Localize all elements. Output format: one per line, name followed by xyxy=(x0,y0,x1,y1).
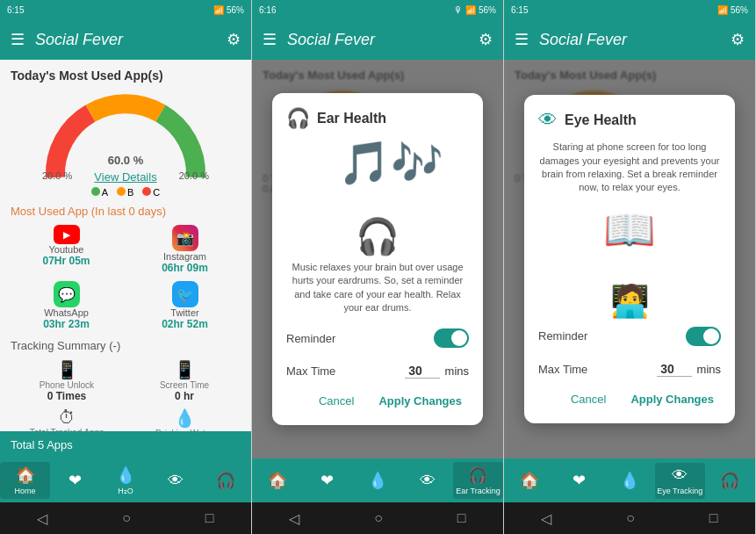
eye-maxtime-value: mins xyxy=(657,362,721,377)
home-btn-1[interactable]: ○ xyxy=(122,510,131,526)
eye-modal-header: 👁 Eye Health xyxy=(538,109,721,132)
home-btn-2[interactable]: ○ xyxy=(374,510,383,526)
bottom-nav-home[interactable]: 🏠 Home xyxy=(0,462,50,499)
whatsapp-icon: 💬 xyxy=(54,281,80,307)
water-icon-2: 💧 xyxy=(368,471,387,490)
ear-maxtime-input[interactable] xyxy=(405,364,440,379)
eye-modal-desc: Staring at phone screen for too long dam… xyxy=(538,141,721,195)
instagram-name: Instagram xyxy=(163,251,206,262)
ear-illustration: 🎵🎶 xyxy=(338,139,417,209)
total-apps-bar: Total 5 Apps xyxy=(0,431,251,458)
phone-unlock-value: 0 Times xyxy=(47,390,86,402)
status-bar-2: 6:16 🎙 📶 56% xyxy=(252,0,503,19)
youtube-name: Youtube xyxy=(49,244,84,255)
screen-1: 6:15 📶 56% ☰ Social Fever ⚙ Today's Most… xyxy=(0,0,252,534)
ear-modal-title: Ear Health xyxy=(317,111,386,126)
bottom-nav-water[interactable]: 💧 H₂O xyxy=(100,465,150,495)
ear-maxtime-label: Max Time xyxy=(286,364,335,378)
app-item-instagram: 📸 Instagram 06hr 09m xyxy=(129,225,241,274)
gear-icon-3[interactable]: ⚙ xyxy=(731,30,745,49)
hamburger-icon-3[interactable]: ☰ xyxy=(515,30,529,49)
recent-btn-2[interactable]: □ xyxy=(457,510,466,526)
back-btn-2[interactable]: ◁ xyxy=(289,510,299,527)
status-time-1: 6:15 xyxy=(7,5,24,15)
gear-icon-2[interactable]: ⚙ xyxy=(479,30,493,49)
eye-maxtime-row: Max Time mins xyxy=(538,358,721,380)
most-used-title: Most Used App (In last 0 days) xyxy=(11,205,241,218)
home-icon-2: 🏠 xyxy=(268,471,287,490)
hamburger-icon-2[interactable]: ☰ xyxy=(263,30,277,49)
back-btn-1[interactable]: ◁ xyxy=(37,510,47,527)
ear-icon-2: 🎧 xyxy=(468,465,487,485)
hamburger-icon-1[interactable]: ☰ xyxy=(11,30,25,49)
water-nav-label: H₂O xyxy=(118,487,133,495)
gauge-right-label: 20.0 % xyxy=(179,170,209,184)
nav-bar-1: ☰ Social Fever ⚙ xyxy=(0,19,251,60)
heart-icon-2: ❤ xyxy=(320,471,334,490)
bottom-nav-ear[interactable]: 🎧 xyxy=(201,471,251,490)
bottom-nav-3-eye[interactable]: 👁 Eye Tracking xyxy=(655,463,705,499)
ear-modal-actions: Cancel Apply Changes xyxy=(286,391,469,411)
eye-cancel-button[interactable]: Cancel xyxy=(564,389,613,409)
gear-icon-1[interactable]: ⚙ xyxy=(227,30,241,49)
eye-reminder-label: Reminder xyxy=(538,329,587,343)
status-time-3: 6:15 xyxy=(511,5,528,15)
bottom-nav-1: 🏠 Home ❤ 💧 H₂O 👁 🎧 xyxy=(0,458,251,502)
ear-apply-button[interactable]: Apply Changes xyxy=(371,391,469,411)
recent-btn-3[interactable]: □ xyxy=(709,510,718,526)
bottom-nav-3-heart[interactable]: ❤ xyxy=(554,471,604,490)
nav-buttons-2: ◁ ○ □ xyxy=(252,502,503,534)
water-nav-icon: 💧 xyxy=(116,465,135,485)
tracking-title-1: Tracking Summary (-) xyxy=(11,339,241,352)
bottom-nav-2-heart[interactable]: ❤ xyxy=(302,471,352,490)
app-title-3: Social Fever xyxy=(529,19,731,60)
ear-cancel-button[interactable]: Cancel xyxy=(312,391,361,411)
home-btn-3[interactable]: ○ xyxy=(626,510,635,526)
bottom-nav-3: 🏠 ❤ 💧 👁 Eye Tracking 🎧 xyxy=(504,458,755,502)
apps-grid-1: ▶ Youtube 07Hr 05m 📸 Instagram 06hr 09m … xyxy=(11,225,241,330)
legend-c: C xyxy=(142,187,160,198)
legend-b: B xyxy=(117,187,133,198)
eye-health-modal: 👁 Eye Health Staring at phone screen for… xyxy=(524,95,735,423)
tracking-water: 💧 Drinking Water 0 Cup xyxy=(128,408,241,431)
bottom-nav-2-water[interactable]: 💧 xyxy=(352,471,402,490)
most-used-heading-1: Today's Most Used App(s) xyxy=(11,69,241,83)
eye-apply-button[interactable]: Apply Changes xyxy=(623,389,721,409)
water-icon: 💧 xyxy=(174,408,196,429)
back-btn-3[interactable]: ◁ xyxy=(541,510,551,527)
ear-reminder-label: Reminder xyxy=(286,332,335,345)
bottom-nav-3-water[interactable]: 💧 xyxy=(604,471,654,490)
view-details-link[interactable]: View Details xyxy=(94,170,156,184)
status-time-2: 6:16 xyxy=(259,5,276,15)
bottom-nav-3-ear[interactable]: 🎧 xyxy=(705,471,755,490)
eye-reminder-toggle[interactable] xyxy=(686,327,721,346)
home-icon-3: 🏠 xyxy=(520,471,539,490)
total-apps-icon: ⏱ xyxy=(58,408,76,428)
bottom-nav-3-home[interactable]: 🏠 xyxy=(504,471,554,490)
screen-time-value: 0 hr xyxy=(175,390,194,402)
eye-maxtime-input[interactable] xyxy=(657,362,692,377)
youtube-time: 07Hr 05m xyxy=(42,255,90,267)
eye-modal-icon: 👁 xyxy=(538,109,558,132)
screen-time-label: Screen Time xyxy=(160,380,209,390)
heart-icon-3: ❤ xyxy=(572,471,586,490)
recent-btn-1[interactable]: □ xyxy=(205,510,214,526)
nav-buttons-1: ◁ ○ □ xyxy=(0,502,251,534)
water-icon-3: 💧 xyxy=(620,471,639,490)
eye-illustration: 📖 xyxy=(590,206,669,276)
nav-bar-2: ☰ Social Fever ⚙ xyxy=(252,19,503,60)
status-icons-1: 📶 56% xyxy=(213,5,244,15)
tracking-phone-unlock: 📱 Phone Unlock 0 Times xyxy=(11,359,123,402)
bottom-nav-2-home[interactable]: 🏠 xyxy=(252,471,302,490)
bottom-nav-heart[interactable]: ❤ xyxy=(50,471,100,490)
bottom-nav-2-ear[interactable]: 🎧 Ear Tracking xyxy=(453,462,503,499)
legend-1: A B C xyxy=(91,187,161,198)
app-title-1: Social Fever xyxy=(25,19,227,60)
bottom-nav-eye[interactable]: 👁 xyxy=(151,472,201,490)
status-icons-3: 📶 56% xyxy=(717,5,748,15)
screen-3-body: Today's Most Used App(s) 60.0 % 0 Times … xyxy=(504,60,755,458)
bottom-nav-2-eye[interactable]: 👁 xyxy=(403,472,453,490)
ear-reminder-toggle[interactable] xyxy=(434,328,469,348)
app-item-youtube: ▶ Youtube 07Hr 05m xyxy=(11,225,122,274)
twitter-time: 02hr 52m xyxy=(162,318,208,330)
